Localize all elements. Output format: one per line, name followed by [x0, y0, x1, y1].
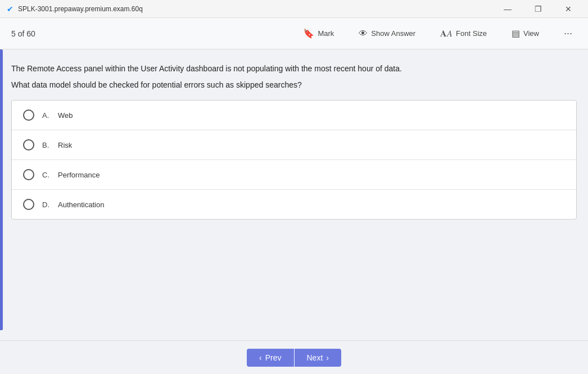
window-title: SPLK-3001.prepaway.premium.exam.60q	[18, 5, 143, 13]
option-radio-2	[23, 169, 34, 180]
titlebar: ✔ SPLK-3001.prepaway.premium.exam.60q — …	[0, 0, 588, 18]
bottom-bar: ‹ Prev Next ›	[0, 340, 588, 374]
more-button[interactable]: ···	[559, 25, 577, 42]
option-radio-0	[23, 110, 34, 121]
main-content: The Remote Access panel within the User …	[0, 49, 588, 340]
show-answer-button[interactable]: 👁 Show Answer	[354, 26, 420, 41]
next-label: Next	[307, 353, 323, 362]
bookmark-icon: 🔖	[303, 28, 314, 39]
show-answer-label: Show Answer	[371, 29, 415, 38]
font-size-icon: 𝐀𝐴	[440, 29, 453, 39]
maximize-button[interactable]: ❐	[525, 0, 551, 18]
question-text-1: The Remote Access panel within the User …	[11, 63, 577, 75]
option-label-1: B.Risk	[42, 141, 72, 149]
option-row-d[interactable]: D.Authentication	[12, 190, 576, 219]
view-button[interactable]: ▤ View	[507, 26, 544, 41]
mark-button[interactable]: 🔖 Mark	[298, 26, 338, 41]
prev-label: Prev	[265, 353, 282, 362]
close-button[interactable]: ✕	[555, 0, 581, 18]
next-chevron-icon: ›	[326, 353, 329, 362]
option-letter-1: B.	[42, 141, 53, 149]
check-icon: ✔	[7, 4, 13, 13]
titlebar-left: ✔ SPLK-3001.prepaway.premium.exam.60q	[7, 4, 143, 13]
option-text-3: Authentication	[58, 200, 104, 209]
prev-chevron-icon: ‹	[259, 353, 262, 362]
titlebar-controls: — ❐ ✕	[495, 0, 581, 18]
font-size-button[interactable]: 𝐀𝐴 Font Size	[436, 26, 491, 41]
view-label: View	[523, 29, 539, 38]
option-label-0: A.Web	[42, 111, 73, 120]
option-letter-3: D.	[42, 200, 53, 209]
option-label-3: D.Authentication	[42, 200, 104, 209]
mark-label: Mark	[318, 29, 334, 38]
toolbar-actions: 🔖 Mark 👁 Show Answer 𝐀𝐴 Font Size ▤ View…	[298, 25, 577, 42]
progress-indicator: 5 of 60	[11, 29, 35, 38]
left-accent-bar	[0, 49, 3, 330]
option-text-1: Risk	[58, 141, 72, 149]
option-text-2: Performance	[58, 171, 99, 179]
option-row-a[interactable]: A.Web	[12, 101, 576, 130]
toolbar: 5 of 60 🔖 Mark 👁 Show Answer 𝐀𝐴 Font Siz…	[0, 18, 588, 49]
options-container: A.WebB.RiskC.PerformanceD.Authentication	[11, 100, 577, 220]
question-text-2: What data model should be checked for po…	[11, 79, 577, 91]
view-icon: ▤	[512, 28, 520, 39]
option-label-2: C.Performance	[42, 171, 99, 179]
prev-button[interactable]: ‹ Prev	[247, 349, 293, 367]
option-letter-0: A.	[42, 111, 53, 120]
option-text-0: Web	[58, 111, 73, 120]
option-row-c[interactable]: C.Performance	[12, 160, 576, 190]
next-button[interactable]: Next ›	[295, 349, 341, 367]
option-radio-1	[23, 139, 34, 150]
option-row-b[interactable]: B.Risk	[12, 130, 576, 160]
font-size-label: Font Size	[456, 29, 487, 38]
option-letter-2: C.	[42, 171, 53, 179]
eye-icon: 👁	[359, 29, 368, 39]
option-radio-3	[23, 199, 34, 210]
minimize-button[interactable]: —	[495, 0, 521, 18]
